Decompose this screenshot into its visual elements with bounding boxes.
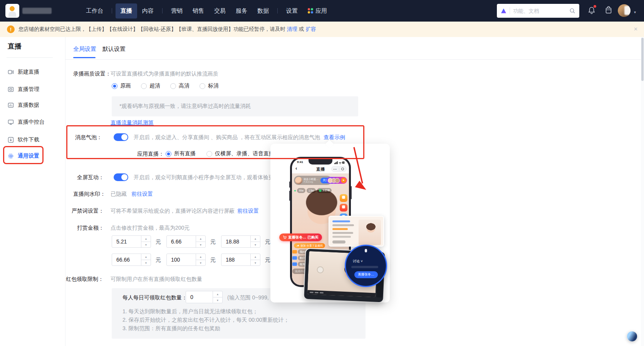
banned-go-settings-link[interactable]: 前往设置 [237,208,259,215]
avatar-caret-icon[interactable]: ▾ [634,10,636,14]
nav-label: 营销 [171,7,183,15]
tabs-divider [65,59,641,60]
stepper: ▲▼ [250,236,260,247]
fullscreen-toggle[interactable] [114,173,128,181]
nav-data[interactable]: 数据 [252,3,274,18]
radio-on-icon [166,151,171,157]
reward-value-3[interactable] [221,236,250,247]
reward-value-5[interactable] [167,254,195,265]
bar-chart-icon [8,102,14,108]
limit-value[interactable] [186,291,212,303]
viewer-more-icon[interactable]: ➤ [341,178,346,183]
nav-workbench[interactable]: 工作台 [81,3,108,18]
nav-trade[interactable]: 交易 [209,3,231,18]
join-group-pill[interactable]: 加群聊 [317,188,332,193]
redpacket-icon[interactable] [340,204,347,212]
reward-value-4[interactable] [112,254,141,265]
traffic-calc-link[interactable]: 直播流量消耗测算 [111,119,154,126]
limit-input[interactable]: ▲▼ [186,291,223,303]
nav-sales[interactable]: 销售 [188,3,209,18]
radio-sd[interactable]: 标清 [200,82,219,89]
reward-input-5[interactable]: ▲▼ [166,254,206,266]
reward-input-1[interactable]: ▲▼ [112,235,151,248]
more-dots-icon[interactable]: ••• [332,168,339,170]
reward-input-6[interactable]: ▲▼ [221,254,260,266]
sidebar-item-live-manage[interactable]: 直播管理 [8,86,39,93]
limit-label: 每人每日可领取红包数量： [122,294,187,301]
radio-limited-live[interactable]: 仅横屏、录播、语音直播 [206,150,274,157]
user-avatar[interactable] [618,4,631,17]
reward-input-2[interactable]: ▲▼ [166,235,206,248]
viewers-pill[interactable]: ➤ [327,177,347,184]
streamer-name: 这是小粉直… [304,178,319,180]
step-up-icon[interactable]: ▲ [141,236,151,242]
reward-value-2[interactable] [167,236,195,247]
main-nav: 工作台 直播 内容 营销 销售 交易 服务 数据 设置 应用 [81,0,332,22]
radio-original[interactable]: 原画 [112,82,131,89]
step-down-icon[interactable]: ▼ [196,260,205,265]
nav-content[interactable]: 内容 [137,3,159,18]
warning-text: 您店铺的素材空间已达上限，【上传】【在线设计】【回收站-还原】【班课、直播回放使… [18,26,285,33]
sidebar-item-live-data[interactable]: 直播数据 [8,101,39,109]
nav-apps[interactable]: 应用 [303,3,332,18]
step-up-icon[interactable]: ▲ [141,254,151,260]
app-logo-icon [5,4,19,18]
expand-link[interactable]: 扩容 [306,26,316,33]
sidebar-item-general-settings[interactable]: 通用设置 [8,152,39,160]
streamer-info-pill[interactable]: 这是小粉直… 已关注1位 关注 [294,176,332,185]
reward-input-4[interactable]: ▲▼ [112,254,151,266]
step-down-icon[interactable]: ▼ [251,242,260,247]
reward-value-1[interactable] [112,236,141,247]
reward-input-3[interactable]: ▲▼ [221,235,260,248]
step-down-icon[interactable]: ▼ [196,242,205,247]
gift-icon[interactable] [340,194,347,202]
reward-value-6[interactable] [221,254,250,265]
nav-label: 销售 [193,7,204,15]
step-down-icon[interactable]: ▼ [213,297,222,303]
share-bubble-text: 张加 分享了直播间 [300,244,323,248]
bubble-toggle[interactable] [114,133,128,141]
tab-default-settings[interactable]: 默认设置 [102,45,126,53]
sidebar-item-live-console[interactable]: 直播中控台 [8,118,45,126]
notification-bell-icon[interactable] [588,6,595,16]
floating-assistant-button[interactable] [627,331,637,341]
brand-logo[interactable] [5,4,52,18]
radio-hd[interactable]: 高清 [170,82,190,89]
store-icon[interactable] [605,6,612,16]
nav-service[interactable]: 服务 [231,3,252,18]
or-text: 或 [299,26,304,33]
sidebar-item-software-download[interactable]: 软件下载 [8,136,39,144]
step-down-icon[interactable]: ▼ [141,242,151,247]
phone-capsule-buttons[interactable]: ••• [331,166,347,172]
step-up-icon[interactable]: ▲ [196,236,205,242]
step-up-icon[interactable]: ▲ [213,291,222,297]
scrollbar-thumb[interactable] [641,38,644,81]
watermark-go-settings-link[interactable]: 前往设置 [131,191,153,198]
quality-desc: 可设置直播模式为录播直播时的默认推流画质 [111,71,218,77]
step-up-icon[interactable]: ▲ [251,236,260,242]
sidebar-item-new-live[interactable]: 新建直播 [8,68,39,76]
view-example-link[interactable]: 查看示例 [324,134,345,141]
step-up-icon[interactable]: ▲ [251,254,260,260]
radio-label: 所有直播 [174,150,196,157]
scrollbar-track[interactable] [641,37,644,346]
step-down-icon[interactable]: ▼ [251,260,260,265]
global-search-box[interactable] [497,4,579,18]
nav-marketing[interactable]: 营销 [166,3,188,18]
tab-global-settings[interactable]: 全局设置 [73,45,96,53]
step-down-icon[interactable]: ▼ [141,260,151,265]
nav-live[interactable]: 直播 [116,3,137,18]
app-root: 工作台 直播 内容 营销 销售 交易 服务 数据 设置 应用 [0,0,644,346]
radio-ultra[interactable]: 超清 [141,82,160,89]
search-icon[interactable] [569,8,575,14]
sidebar-item-label: 通用设置 [18,153,39,160]
clean-link[interactable]: 清理 [287,26,297,33]
screen-icon [8,86,14,92]
banner-close-icon[interactable]: ✕ [634,26,638,32]
nav-settings[interactable]: 设置 [281,3,303,18]
step-up-icon[interactable]: ▲ [196,254,205,260]
search-input[interactable] [513,8,566,14]
close-circle-icon[interactable] [339,168,347,170]
radio-all-live[interactable]: 所有直播 [166,150,196,157]
quality-note-text: *观看码率与原视频一致，请注意码率过高时的流量消耗 [119,103,251,110]
